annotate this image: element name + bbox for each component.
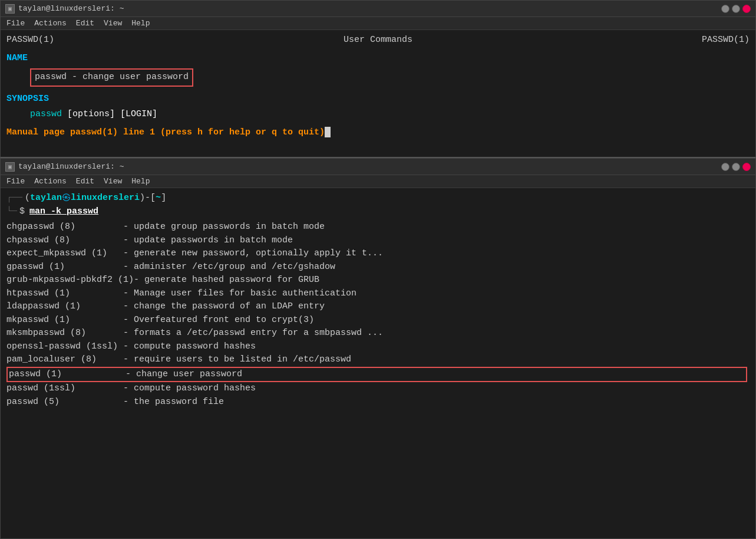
- name-highlighted: passwd - change user password: [30, 68, 193, 87]
- prompt-dollar: $: [19, 205, 25, 219]
- output-line: openssl-passwd (1ssl) - compute password…: [6, 340, 750, 354]
- output-line: htpasswd (1) - Manage user files for bas…: [6, 287, 750, 301]
- synopsis-section: SYNOPSIS: [6, 93, 750, 106]
- top-terminal-content: PASSWD(1) User Commands PASSWD(1) NAME p…: [1, 30, 755, 143]
- top-title-text: taylan@linuxdersleri: ~: [18, 4, 124, 13]
- bottom-menu-file[interactable]: File: [6, 177, 25, 186]
- output-line: passwd (1ssl) - compute password hashes: [6, 382, 750, 396]
- output-cmd-desc: - compute password hashes: [123, 341, 256, 351]
- output-line: gpasswd (1) - administer /etc/group and …: [6, 261, 750, 274]
- bottom-title-buttons: [721, 163, 751, 171]
- cursor: [325, 127, 331, 137]
- man-header-center: User Commands: [344, 34, 412, 47]
- output-cmd-desc: - Manage user files for basic authentica…: [123, 288, 356, 298]
- output-line: passwd (5) - the password file: [6, 396, 750, 409]
- synopsis-title: SYNOPSIS: [6, 94, 49, 104]
- synopsis-cmd: passwd: [30, 109, 62, 119]
- output-cmd-desc: - generate new password, optionally appl…: [123, 248, 383, 258]
- prompt-corner: ┌──: [6, 192, 22, 205]
- output-line: passwd (1) - change user password: [6, 367, 747, 383]
- output-cmd-desc: - administer /etc/group and /etc/gshadow: [123, 262, 335, 272]
- close-button[interactable]: [742, 5, 751, 13]
- maximize-button[interactable]: [732, 5, 740, 13]
- prompt-at-symbol: ㉿: [62, 192, 71, 205]
- status-line-text: Manual page passwd(1) line 1 (press h fo…: [6, 127, 325, 137]
- output-line: mksmbpasswd (8) - formats a /etc/passwd …: [6, 327, 750, 340]
- output-line: pam_localuser (8) - require users to be …: [6, 353, 750, 367]
- output-cmd-name: passwd (1): [9, 369, 126, 379]
- bottom-title-text: taylan@linuxdersleri: ~: [18, 162, 124, 171]
- synopsis-line: passwd [options] [LOGIN]: [30, 108, 750, 121]
- prompt-host: linuxdersleri: [71, 192, 140, 205]
- output-cmd-name: openssl-passwd (1ssl): [6, 341, 123, 351]
- bottom-terminal-icon: ▣: [5, 162, 15, 172]
- top-terminal-icon: ▣: [5, 4, 15, 14]
- prompt-command: man -k passwd: [29, 205, 98, 219]
- bottom-maximize-button[interactable]: [732, 163, 740, 171]
- output-cmd-desc: - update passwords in batch mode: [123, 235, 293, 245]
- top-menu-bar: File Actions Edit View Help: [1, 17, 755, 30]
- bottom-menu-bar: File Actions Edit View Help: [1, 175, 755, 188]
- man-header-left: PASSWD(1): [6, 34, 54, 47]
- prompt-elbow: └─: [6, 205, 17, 219]
- bottom-menu-actions[interactable]: Actions: [34, 177, 67, 186]
- bottom-menu-view[interactable]: View: [104, 177, 122, 186]
- prompt-close-bracket: ]: [161, 192, 166, 205]
- menu-help[interactable]: Help: [131, 19, 150, 28]
- top-title-buttons: [721, 5, 751, 13]
- output-line: chpasswd (8) - update passwords in batch…: [6, 234, 750, 248]
- command-line: └─ $ man -k passwd: [6, 205, 750, 219]
- menu-view[interactable]: View: [104, 19, 122, 28]
- menu-edit[interactable]: Edit: [76, 19, 94, 28]
- top-terminal-window: ▣ taylan@linuxdersleri: ~ File Actions E…: [0, 0, 756, 158]
- bottom-terminal-window: ▣ taylan@linuxdersleri: ~ File Actions E…: [0, 158, 756, 539]
- menu-actions[interactable]: Actions: [34, 19, 67, 28]
- output-line: chgpasswd (8) - update group passwords i…: [6, 221, 750, 234]
- output-cmd-name: expect_mkpasswd (1): [6, 248, 123, 258]
- bottom-minimize-button[interactable]: [721, 163, 729, 171]
- bottom-menu-help[interactable]: Help: [131, 177, 150, 186]
- output-cmd-name: mkpasswd (1): [6, 315, 123, 325]
- output-cmd-name: chgpasswd (8): [6, 222, 123, 232]
- top-title-left: ▣ taylan@linuxdersleri: ~: [5, 4, 124, 14]
- prompt-user: taylan: [30, 192, 62, 205]
- name-section: NAME: [6, 52, 750, 65]
- command-output: chgpasswd (8) - update group passwords i…: [6, 221, 750, 409]
- man-header: PASSWD(1) User Commands PASSWD(1): [6, 34, 750, 47]
- output-cmd-desc: - the password file: [123, 397, 224, 407]
- bottom-terminal-content: ┌── ( taylan ㉿ linuxdersleri ) -[ ~ ] └─…: [1, 188, 755, 412]
- output-cmd-name: mksmbpasswd (8): [6, 328, 123, 338]
- output-line: ldappasswd (1) - change the password of …: [6, 300, 750, 314]
- status-line-container: Manual page passwd(1) line 1 (press h fo…: [6, 126, 750, 140]
- output-cmd-desc: - require users to be listed in /etc/pas…: [123, 354, 351, 364]
- name-content-line: passwd - change user password: [30, 67, 750, 88]
- bottom-title-left: ▣ taylan@linuxdersleri: ~: [5, 162, 124, 172]
- output-cmd-desc: - update group passwords in batch mode: [123, 222, 325, 232]
- minimize-button[interactable]: [721, 5, 729, 13]
- synopsis-args: [options] [LOGIN]: [62, 109, 157, 119]
- output-cmd-name: passwd (1ssl): [6, 383, 123, 393]
- output-cmd-desc: - Overfeatured front end to crypt(3): [123, 315, 314, 325]
- output-cmd-name: grub-mkpasswd-pbkdf2 (1): [6, 275, 134, 285]
- prompt-close-paren: ): [140, 192, 145, 205]
- bottom-menu-edit[interactable]: Edit: [76, 177, 94, 186]
- output-cmd-desc: - change the password of an LDAP entry: [123, 301, 325, 311]
- menu-file[interactable]: File: [6, 19, 25, 28]
- output-cmd-desc: - change user password: [126, 369, 242, 379]
- output-cmd-name: htpasswd (1): [6, 288, 123, 298]
- bottom-close-button[interactable]: [742, 163, 751, 171]
- output-cmd-desc: - compute password hashes: [123, 383, 256, 393]
- output-cmd-desc: - generate hashed password for GRUB: [134, 275, 319, 285]
- prompt-line: ┌── ( taylan ㉿ linuxdersleri ) -[ ~ ]: [6, 192, 750, 205]
- prompt-dash-bracket: -[: [145, 192, 156, 205]
- top-title-bar: ▣ taylan@linuxdersleri: ~: [1, 1, 755, 17]
- output-cmd-name: chpasswd (8): [6, 235, 123, 245]
- output-cmd-name: pam_localuser (8): [6, 354, 123, 364]
- prompt-open-paren: (: [25, 192, 30, 205]
- output-cmd-name: passwd (5): [6, 397, 123, 407]
- output-line: expect_mkpasswd (1) - generate new passw…: [6, 247, 750, 261]
- name-title: NAME: [6, 53, 28, 63]
- output-cmd-name: gpasswd (1): [6, 262, 123, 272]
- man-header-right: PASSWD(1): [702, 34, 750, 47]
- bottom-title-bar: ▣ taylan@linuxdersleri: ~: [1, 159, 755, 175]
